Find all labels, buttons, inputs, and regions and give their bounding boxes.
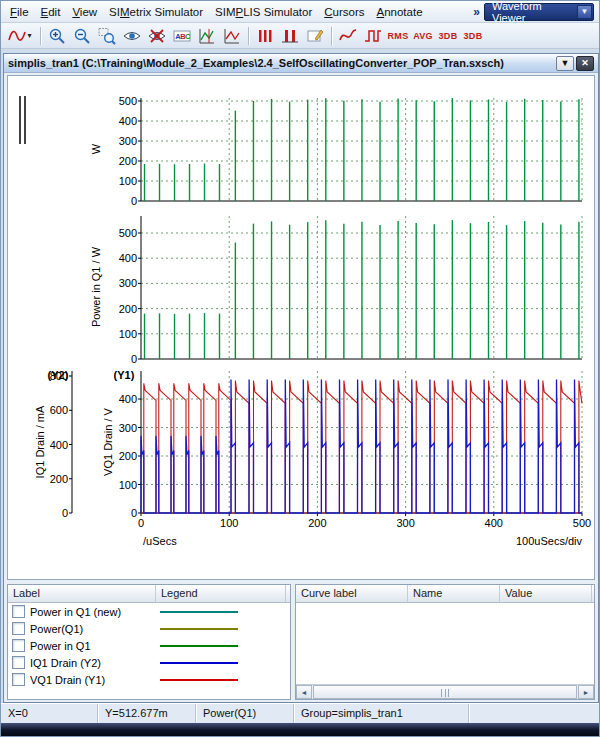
- svg-text:200: 200: [119, 155, 137, 167]
- curve-visibility-checkbox[interactable]: [12, 639, 25, 652]
- graph-edit-button[interactable]: [303, 25, 327, 47]
- threedb-button-1[interactable]: 3DB: [436, 25, 460, 47]
- values-header-col-2[interactable]: Value: [500, 585, 592, 602]
- scrollbar-grip: [441, 689, 449, 697]
- svg-text:500: 500: [573, 517, 591, 529]
- hide-curves-button[interactable]: [145, 25, 169, 47]
- scrollbar-thumb[interactable]: [313, 685, 577, 699]
- menu-cursors[interactable]: Cursors: [318, 3, 370, 21]
- red-curve-button[interactable]: [220, 25, 244, 47]
- plot-panel: 0100200300400500W0100200300400500Power i…: [7, 75, 595, 580]
- curve-label: VQ1 Drain (Y1): [30, 674, 156, 686]
- rms-button[interactable]: RMS: [386, 25, 410, 47]
- svg-text:0: 0: [131, 507, 137, 519]
- taskbar-strip: [1, 723, 599, 737]
- toolbar: ▾ABCRMSAVG3DB3DB: [1, 23, 599, 49]
- toolbar-separator: [331, 27, 332, 45]
- horizontal-scrollbar[interactable]: ◄ ►: [296, 684, 594, 699]
- minimize-button[interactable]: ▼: [556, 56, 574, 71]
- svg-text:200: 200: [119, 303, 137, 315]
- svg-text:400: 400: [50, 439, 68, 451]
- menu-edit[interactable]: Edit: [35, 3, 67, 21]
- menu-simplis-simulator[interactable]: SIMPLIS Simulator: [209, 3, 318, 21]
- curve-color-swatch: [160, 645, 238, 647]
- chevron-down-icon[interactable]: ▼: [577, 5, 592, 19]
- show-curves-button[interactable]: [120, 25, 144, 47]
- legend-row[interactable]: Power(Q1): [8, 620, 290, 637]
- toolbar-separator: [40, 27, 41, 45]
- new-curve-split-button[interactable]: ▾: [4, 25, 36, 47]
- svg-text:400: 400: [119, 115, 137, 127]
- svg-text:0: 0: [138, 517, 144, 529]
- curve-visibility-checkbox[interactable]: [12, 673, 25, 686]
- legend-header-col-1[interactable]: Legend: [156, 585, 286, 602]
- scroll-right-arrow-icon[interactable]: ►: [578, 685, 594, 699]
- zoom-out-button[interactable]: [70, 25, 94, 47]
- svg-text:400: 400: [485, 517, 503, 529]
- menu-file[interactable]: File: [4, 3, 35, 21]
- legend-row[interactable]: Power in Q1 (new): [8, 603, 290, 620]
- legend-row[interactable]: IQ1 Drain (Y2): [8, 654, 290, 671]
- zoom-area-button[interactable]: [95, 25, 119, 47]
- legend-rows: Power in Q1 (new)Power(Q1)Power in Q1IQ1…: [8, 603, 290, 688]
- probe-cursor-button[interactable]: [195, 25, 219, 47]
- graph-probe-icon: [198, 27, 216, 45]
- curve-color-swatch: [160, 628, 238, 630]
- axis-bars-button-2[interactable]: [278, 25, 302, 47]
- dropdown-arrow-icon[interactable]: ▾: [27, 31, 31, 40]
- avg-button[interactable]: AVG: [411, 25, 435, 47]
- zoom-out-icon: [73, 27, 91, 45]
- avg-button-label: AVG: [413, 31, 433, 41]
- waveform-plot-area[interactable]: 0100200300400500W0100200300400500Power i…: [8, 76, 594, 579]
- svg-text:600: 600: [50, 404, 68, 416]
- window-title-bar[interactable]: simplis_tran1 (C:\Training\Module_2_Exam…: [4, 54, 598, 73]
- window-title: simplis_tran1 (C:\Training\Module_2_Exam…: [8, 57, 504, 69]
- svg-text:400: 400: [119, 393, 137, 405]
- menu-bar-items: FileEditViewSIMetrix SimulatorSIMPLIS Si…: [4, 3, 429, 21]
- svg-text:300: 300: [396, 517, 414, 529]
- close-button[interactable]: ✕: [576, 56, 594, 71]
- axis-bars-button-1[interactable]: [253, 25, 277, 47]
- svg-text:200: 200: [50, 473, 68, 485]
- curve-values-panel: Curve labelNameValue ◄ ►: [295, 584, 595, 700]
- curve-visibility-checkbox[interactable]: [12, 605, 25, 618]
- curve-color-swatch: [160, 679, 238, 681]
- viewer-mode-label: Waveform Viewer: [492, 0, 577, 24]
- svg-text:300: 300: [119, 277, 137, 289]
- curve-visibility-checkbox[interactable]: [12, 622, 25, 635]
- menu-simetrix-simulator[interactable]: SIMetrix Simulator: [103, 3, 209, 21]
- curve-step-icon: [364, 27, 382, 45]
- curve-visibility-checkbox[interactable]: [12, 656, 25, 669]
- threedb-button-2-label: 3DB: [464, 31, 483, 41]
- status-bar: X=0Y=512.677mPower(Q1)Group=simplis_tran…: [1, 703, 599, 723]
- svg-text:/uSecs: /uSecs: [143, 535, 177, 547]
- viewer-mode-select[interactable]: Waveform Viewer ▼: [484, 3, 594, 21]
- values-header-col-1[interactable]: Name: [408, 585, 500, 602]
- status-filler: [469, 704, 599, 723]
- toolbar-overflow-chevron[interactable]: »: [469, 5, 484, 19]
- svg-text:200: 200: [308, 517, 326, 529]
- svg-text:100: 100: [119, 479, 137, 491]
- svg-text:100: 100: [119, 328, 137, 340]
- menu-view[interactable]: View: [66, 3, 103, 21]
- values-header-col-0[interactable]: Curve label: [296, 585, 408, 602]
- svg-text:(Y2): (Y2): [48, 369, 69, 381]
- values-panel-header: Curve labelNameValue: [296, 585, 594, 603]
- curve-label: IQ1 Drain (Y2): [30, 657, 156, 669]
- svg-text:VQ1 Drain / V: VQ1 Drain / V: [102, 407, 114, 476]
- scroll-left-arrow-icon[interactable]: ◄: [296, 685, 312, 699]
- menu-annotate[interactable]: Annotate: [371, 3, 429, 21]
- svg-text:500: 500: [119, 227, 137, 239]
- legend-header-col-0[interactable]: Label: [8, 585, 156, 602]
- step-curve-button[interactable]: [361, 25, 385, 47]
- legend-row[interactable]: Power in Q1: [8, 637, 290, 654]
- annotate-abc-button[interactable]: ABC: [170, 25, 194, 47]
- svg-text:100: 100: [119, 175, 137, 187]
- smooth-curve-button[interactable]: [336, 25, 360, 47]
- status-cell-1: Y=512.677m: [98, 704, 196, 723]
- legend-row[interactable]: VQ1 Drain (Y1): [8, 671, 290, 688]
- application-window: FileEditViewSIMetrix SimulatorSIMPLIS Si…: [0, 0, 600, 737]
- zoom-in-button[interactable]: [45, 25, 69, 47]
- svg-text:(Y1): (Y1): [114, 369, 135, 381]
- threedb-button-2[interactable]: 3DB: [461, 25, 485, 47]
